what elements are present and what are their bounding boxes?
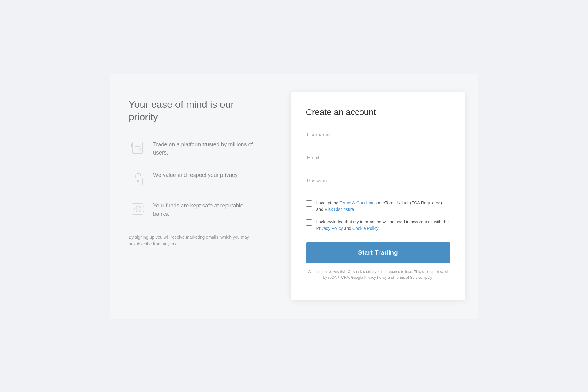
privacy-label: I acknowledge that my information will b…: [316, 219, 450, 232]
email-field-container: [306, 151, 450, 165]
svg-point-9: [137, 208, 139, 210]
email-input[interactable]: [306, 151, 450, 165]
feature-item-funds: Your funds are kept safe at reputable ba…: [129, 200, 260, 218]
risk-disclosure-link[interactable]: Risk Disclosure: [325, 207, 354, 212]
feature-list: Trade on a platform trusted by millions …: [129, 139, 260, 218]
terms-label: I accept the Terms & Conditions of eToro…: [316, 200, 450, 213]
lock-icon: [129, 170, 147, 188]
disclaimer: All trading involves risk. Only risk cap…: [306, 269, 450, 281]
svg-rect-7: [132, 204, 143, 214]
form-title: Create an account: [306, 107, 450, 117]
terms-conditions-link[interactable]: Terms & Conditions: [340, 200, 377, 205]
svg-rect-4: [134, 178, 142, 185]
checkbox-section: I accept the Terms & Conditions of eToro…: [306, 200, 450, 232]
feature-item-privacy: We value and respect your privacy.: [129, 170, 260, 188]
password-field-container: [306, 174, 450, 188]
marketing-note: By signing up you will receive marketing…: [129, 234, 251, 248]
start-trading-button[interactable]: Start Trading: [306, 242, 450, 263]
cookie-policy-link[interactable]: Cookie Policy: [352, 226, 379, 231]
main-title: Your ease of mind is our priority: [129, 98, 260, 124]
right-panel: Create an account I accept the Terms & C…: [291, 92, 466, 300]
feature-text-platform: Trade on a platform trusted by millions …: [153, 139, 260, 157]
document-icon: [129, 139, 147, 157]
page-container: Your ease of mind is our priority Trade: [110, 74, 478, 319]
privacy-checkbox-item: I acknowledge that my information will b…: [306, 219, 450, 232]
svg-rect-0: [133, 142, 142, 154]
left-panel: Your ease of mind is our priority Trade: [123, 92, 272, 300]
terms-checkbox-item: I accept the Terms & Conditions of eToro…: [306, 200, 450, 213]
google-tos-link[interactable]: Terms of Service: [395, 275, 422, 280]
feature-text-privacy: We value and respect your privacy.: [153, 170, 239, 179]
privacy-checkbox[interactable]: [306, 219, 312, 226]
safe-icon: [129, 200, 147, 218]
feature-item-platform: Trade on a platform trusted by millions …: [129, 139, 260, 157]
username-field-container: [306, 128, 450, 142]
username-input[interactable]: [306, 128, 450, 142]
feature-text-funds: Your funds are kept safe at reputable ba…: [153, 200, 260, 218]
google-privacy-policy-link[interactable]: Privacy Policy: [364, 275, 387, 280]
privacy-policy-link[interactable]: Privacy Policy: [316, 226, 343, 231]
terms-checkbox[interactable]: [306, 200, 312, 207]
svg-point-5: [137, 180, 139, 182]
password-input[interactable]: [306, 174, 450, 188]
